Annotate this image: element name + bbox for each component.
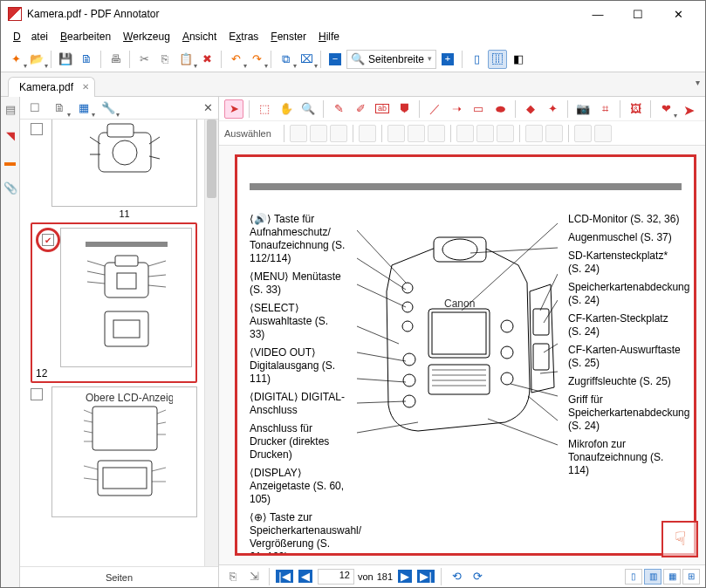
document-viewport[interactable]: ⟨🔊⟩ Taste für Aufnahmeschutz/ Tonaufzeic… — [219, 146, 705, 564]
thumb-11-checkbox[interactable] — [31, 123, 43, 135]
tool-camera[interactable]: 📷 — [573, 99, 593, 119]
tool-pointer[interactable]: ➤ — [224, 99, 243, 119]
view-two-cont-button[interactable]: ⊞ — [682, 569, 700, 585]
panel-close-icon[interactable]: ✕ — [203, 101, 213, 114]
save-as-button[interactable]: 🗎 — [77, 50, 96, 69]
panel-check-icon[interactable]: ☐ — [25, 99, 45, 118]
sidetab-annotations-icon[interactable]: ▬ — [3, 154, 17, 168]
snapshot-button[interactable]: ⌧ — [297, 50, 316, 69]
label-right-2: SD-Kartensteckplatz* (S. 24) — [568, 250, 682, 276]
maximize-button[interactable]: ☐ — [618, 1, 658, 27]
layout-3-button[interactable]: ◧ — [509, 50, 528, 69]
zoom-mode-select[interactable]: 🔍Seitenbreite▾ — [346, 50, 436, 69]
tool-text[interactable]: ab — [373, 99, 392, 119]
layout-1-button[interactable]: ▯ — [467, 50, 486, 69]
tool-favorite[interactable]: ❤ — [656, 99, 675, 119]
thumbnail-13[interactable]: Obere LCD-Anzeige — [51, 386, 197, 517]
menu-file[interactable]: Datei — [8, 29, 53, 44]
page-number-input[interactable]: 12 — [318, 569, 354, 585]
tool-whiteout[interactable]: ✦ — [543, 99, 562, 119]
tool-stamp[interactable]: ⛊ — [394, 99, 414, 119]
cut-button[interactable]: ✂ — [134, 50, 154, 69]
lock-button[interactable] — [359, 125, 376, 142]
sidetab-attachments-icon[interactable]: 📎 — [3, 181, 17, 195]
tool-arrow[interactable]: ➝ — [447, 99, 466, 119]
align-middle[interactable] — [476, 125, 494, 142]
tool-crop[interactable]: ⌗ — [595, 99, 614, 119]
touch-mode-button[interactable]: ☟ — [661, 521, 698, 557]
panel-book-icon[interactable]: ▦ — [74, 99, 93, 118]
thumb-12-checkbox[interactable]: ✔ — [42, 234, 54, 246]
open-button[interactable]: 📂 — [27, 50, 46, 69]
print-button[interactable]: 🖶 — [106, 50, 125, 69]
svg-line-16 — [148, 285, 166, 287]
tool-rect[interactable]: ▭ — [469, 99, 488, 119]
align-left[interactable] — [387, 125, 405, 142]
thumbnail-11[interactable]: 11 — [51, 120, 197, 219]
capture-button[interactable]: ⧉ — [276, 50, 295, 69]
align-3[interactable] — [330, 125, 347, 142]
sidetab-bookmarks-icon[interactable]: ◥ — [3, 128, 17, 142]
nav-prev-button[interactable]: ◀ — [297, 568, 314, 585]
align-1[interactable] — [290, 125, 307, 142]
nav-first-button[interactable]: |◀ — [276, 568, 293, 585]
menu-view[interactable]: Ansicht — [177, 29, 222, 44]
order-back[interactable] — [594, 125, 612, 142]
status-export-icon[interactable]: ⇲ — [245, 568, 263, 585]
tabs-dropdown-icon[interactable]: ▾ — [696, 78, 700, 87]
status-copy-icon[interactable]: ⎘ — [224, 568, 242, 585]
panel-wrench-icon[interactable]: 🔧 — [99, 99, 118, 118]
align-top[interactable] — [456, 125, 474, 142]
thumb-13-checkbox[interactable] — [31, 388, 43, 400]
copy-button[interactable]: ⎘ — [155, 50, 175, 69]
thumbnail-12-selected[interactable]: ✔ — [31, 222, 197, 383]
close-button[interactable]: ✕ — [658, 1, 698, 27]
align-center[interactable] — [408, 125, 425, 142]
label-left-0: ⟨🔊⟩ Taste für Aufnahmeschutz/ Tonaufzeic… — [250, 213, 346, 265]
tool-marker[interactable]: ✐ — [351, 99, 370, 119]
view-single-button[interactable]: ▯ — [625, 569, 642, 585]
tool-line[interactable]: ／ — [425, 99, 444, 119]
svg-rect-10 — [117, 273, 136, 289]
nav-forward-button[interactable]: ⟳ — [469, 568, 486, 585]
menu-edit[interactable]: Bearbeiten — [55, 29, 116, 44]
align-2[interactable] — [310, 125, 327, 142]
layout-2-button[interactable]: ⿲ — [488, 50, 507, 69]
tab-close-icon[interactable]: ✕ — [82, 82, 89, 92]
nav-last-button[interactable]: ▶| — [417, 568, 435, 585]
distrib-v[interactable] — [545, 125, 563, 142]
tool-lasso[interactable]: ⬚ — [255, 99, 274, 119]
tool-ellipse[interactable]: ⬬ — [490, 99, 510, 119]
menu-extras[interactable]: Extras — [223, 29, 264, 44]
paste-button[interactable]: 📋 — [176, 50, 195, 69]
view-continuous-button[interactable]: ▥ — [644, 569, 661, 585]
thumbnail-list[interactable]: 11 ✔ — [20, 120, 218, 566]
tool-zoom[interactable]: 🔍 — [298, 99, 318, 119]
new-button[interactable]: ✦ — [6, 50, 25, 69]
align-right[interactable] — [428, 125, 445, 142]
align-bottom[interactable] — [497, 125, 514, 142]
sidetab-pages-icon[interactable]: ▤ — [3, 102, 17, 116]
minimize-button[interactable]: ― — [578, 1, 618, 27]
redo-button[interactable]: ↷ — [247, 50, 266, 69]
menu-tool[interactable]: Werkzeug — [118, 29, 175, 44]
tool-pen[interactable]: ✎ — [329, 99, 348, 119]
tool-image[interactable]: 🖼 — [626, 99, 645, 119]
nav-back-button[interactable]: ⟲ — [448, 568, 465, 585]
zoom-out-button[interactable]: − — [326, 50, 345, 69]
zoom-in-button[interactable]: + — [438, 50, 457, 69]
panel-page-icon[interactable]: 🗎 — [50, 99, 69, 118]
menu-window[interactable]: Fenster — [265, 29, 312, 44]
undo-button[interactable]: ↶ — [226, 50, 245, 69]
menu-help[interactable]: Hilfe — [313, 29, 345, 44]
save-button[interactable]: 💾 — [56, 50, 75, 69]
delete-button[interactable]: ✖ — [197, 50, 216, 69]
tool-pan[interactable]: ✋ — [277, 99, 296, 119]
tool-eraser[interactable]: ◆ — [521, 99, 540, 119]
tab-kamera[interactable]: Kamera.pdf ✕ — [8, 77, 95, 97]
view-two-button[interactable]: ▦ — [663, 569, 681, 585]
distrib-h[interactable] — [525, 125, 543, 142]
nav-next-button[interactable]: ▶ — [396, 568, 414, 585]
order-front[interactable] — [574, 125, 592, 142]
thumbnail-scrollbar[interactable] — [204, 120, 218, 566]
